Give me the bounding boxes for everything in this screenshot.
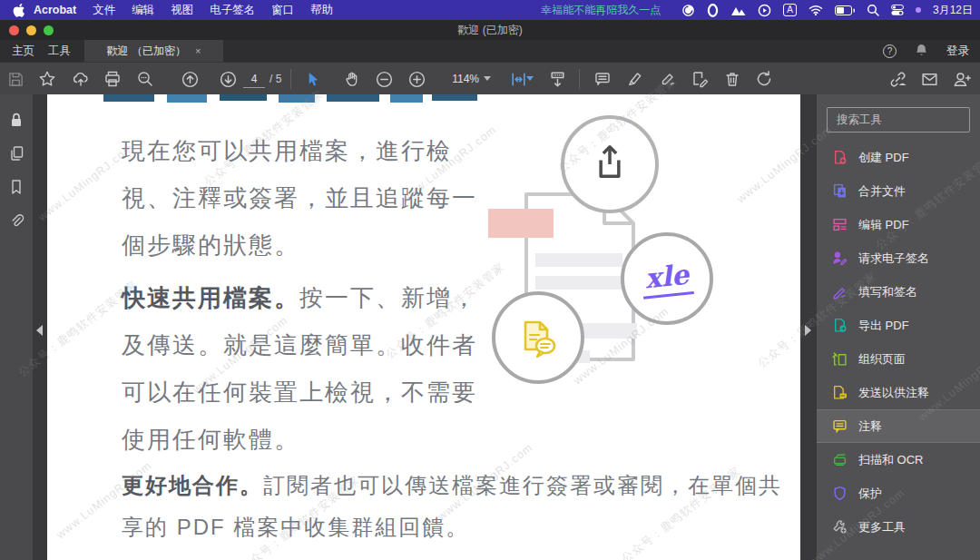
menu-esign[interactable]: 电子签名 — [210, 3, 255, 18]
edit-pdf-icon — [831, 217, 848, 233]
page-number-input[interactable]: 4 — [243, 70, 265, 88]
menubar-app-name[interactable]: Acrobat — [34, 4, 76, 16]
control-center-icon[interactable] — [891, 5, 904, 15]
zoom-level-value[interactable]: 114% — [437, 70, 479, 88]
send-for-comments-icon — [831, 385, 848, 401]
sidebar-item-protect[interactable]: 保护 — [817, 476, 980, 510]
menu-edit[interactable]: 编辑 — [132, 3, 154, 18]
sidebar-item-combine-files[interactable]: 合并文件 — [817, 174, 980, 208]
menubar-date[interactable]: 3月12日 — [933, 3, 973, 18]
combine-files-icon — [831, 183, 848, 200]
sidebar-item-label: 注释 — [858, 418, 882, 435]
attachments-paperclip-icon[interactable] — [7, 211, 25, 233]
now-playing-title: 幸福能不能再陪我久一点 — [541, 3, 661, 18]
tools-sidebar: 搜索工具 创建 PDF 合并文件 编辑 PDF 请求电子签名 — [817, 94, 980, 560]
creative-cloud-icon[interactable] — [681, 4, 695, 17]
next-page-icon[interactable] — [214, 63, 241, 95]
status-oval-icon[interactable] — [707, 4, 719, 17]
menu-view[interactable]: 视图 — [171, 3, 193, 18]
main-toolbar: 4 / 5 114% — [0, 62, 980, 94]
search-tools-input[interactable]: 搜索工具 — [827, 107, 970, 133]
sidebar-item-edit-pdf[interactable]: 编辑 PDF — [817, 208, 980, 241]
zoom-in-icon[interactable] — [403, 63, 430, 95]
sidebar-item-create-pdf[interactable]: 创建 PDF — [817, 141, 980, 174]
edit-page-icon[interactable] — [686, 63, 713, 95]
page-scrolling-icon[interactable] — [544, 63, 571, 95]
document-paragraph: 現在您可以共用檔案，進行檢視、注釋或簽署，並且追蹤每一個步驟的狀態。 — [122, 127, 485, 269]
notifications-bell-icon[interactable] — [915, 43, 928, 60]
print-icon[interactable] — [99, 63, 126, 95]
zoom-out-icon[interactable] — [370, 63, 397, 95]
close-tab-icon[interactable]: × — [195, 45, 201, 56]
organize-pages-icon — [831, 351, 848, 368]
clipped-heading-fragment — [279, 94, 315, 103]
save-icon[interactable] — [2, 63, 29, 95]
left-navigation-rail — [0, 94, 33, 560]
sidebar-item-send-for-comments[interactable]: 发送以供注释 — [817, 376, 980, 409]
spotlight-search-icon[interactable] — [867, 4, 879, 16]
clipped-heading-fragment — [220, 94, 267, 101]
comment-tool-icon[interactable] — [589, 63, 616, 95]
tab-tools[interactable]: 工具 — [48, 40, 71, 62]
previous-page-icon[interactable] — [176, 63, 203, 95]
star-favorite-icon[interactable] — [34, 63, 61, 95]
delete-trash-icon[interactable] — [719, 63, 746, 95]
text-line-graphic — [535, 253, 622, 267]
sidebar-item-more-tools[interactable]: 更多工具 — [817, 510, 980, 544]
pdf-page[interactable]: 現在您可以共用檔案，進行檢視、注釋或簽署，並且追蹤每一個步驟的狀態。 快速共用檔… — [47, 94, 800, 560]
input-method-badge[interactable]: A — [783, 4, 797, 16]
help-icon[interactable]: ? — [883, 44, 897, 58]
zoom-dropdown-caret[interactable] — [484, 76, 491, 81]
sidebar-item-comment[interactable]: 注释 — [817, 409, 980, 443]
sidebar-item-label: 创建 PDF — [858, 150, 909, 166]
comment-circle-graphic — [492, 291, 584, 384]
page-thumbnails-icon[interactable] — [7, 144, 25, 166]
sidebar-item-label: 发送以供注释 — [858, 385, 929, 401]
share-link-icon[interactable] — [884, 63, 911, 95]
share-with-people-icon[interactable] — [947, 63, 975, 95]
search-icon[interactable] — [132, 63, 159, 95]
document-comment-icon — [514, 315, 562, 360]
play-circle-icon[interactable] — [758, 4, 771, 17]
clipped-heading-fragment — [432, 94, 477, 101]
highlight-rect-graphic — [488, 209, 554, 238]
sign-pen-icon[interactable] — [654, 63, 681, 95]
email-icon[interactable] — [916, 63, 943, 95]
sign-in-button[interactable]: 登录 — [946, 44, 969, 59]
tab-home[interactable]: 主页 — [12, 40, 34, 62]
sidebar-item-label: 填写和签名 — [858, 284, 917, 300]
menu-file[interactable]: 文件 — [93, 3, 115, 18]
mountains-icon[interactable] — [730, 5, 746, 16]
share-circle-graphic — [561, 115, 659, 213]
fit-width-dropdown-caret[interactable] — [526, 76, 534, 81]
more-tools-wrench-icon — [831, 519, 848, 535]
toolbar-divider — [579, 69, 580, 89]
sidebar-item-export-pdf[interactable]: 导出 PDF — [817, 309, 980, 342]
share-cloud-icon[interactable] — [67, 63, 94, 95]
wifi-icon[interactable] — [808, 5, 823, 15]
menu-window[interactable]: 窗口 — [271, 3, 294, 18]
sidebar-item-scan-ocr[interactable]: 扫描和 OCR — [817, 443, 980, 476]
highlighter-icon[interactable] — [622, 63, 649, 95]
comment-icon — [831, 418, 848, 435]
select-tool-icon[interactable] — [299, 63, 326, 95]
battery-icon[interactable] — [835, 5, 855, 15]
sidebar-item-label: 合并文件 — [858, 183, 906, 200]
hand-tool-icon[interactable] — [338, 63, 366, 95]
menu-help[interactable]: 帮助 — [310, 3, 333, 18]
export-pdf-icon — [831, 318, 848, 334]
request-signatures-icon — [831, 251, 848, 267]
bookmarks-icon[interactable] — [7, 178, 25, 200]
expand-right-panel-arrow[interactable] — [805, 325, 811, 336]
clipped-heading-fragment — [167, 94, 207, 103]
security-lock-icon[interactable] — [7, 111, 25, 133]
sidebar-item-label: 编辑 PDF — [858, 217, 909, 233]
apple-logo-icon[interactable] — [13, 4, 24, 17]
sidebar-item-organize-pages[interactable]: 组织页面 — [817, 342, 980, 376]
sidebar-item-request-signatures[interactable]: 请求电子签名 — [817, 241, 980, 275]
refresh-icon[interactable] — [750, 63, 778, 95]
document-tab[interactable]: 歡迎 （已加密） × — [84, 40, 223, 62]
signature-circle-graphic: xle — [621, 232, 713, 325]
collapse-left-panel-arrow[interactable] — [36, 325, 43, 336]
sidebar-item-fill-sign[interactable]: 填写和签名 — [817, 275, 980, 309]
